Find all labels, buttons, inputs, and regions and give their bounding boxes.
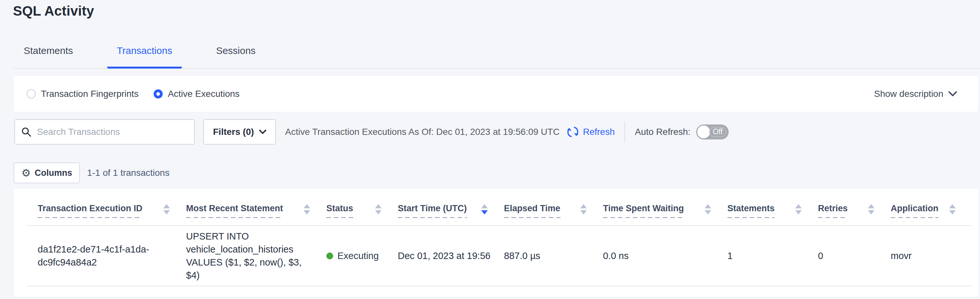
sort-arrows-icon[interactable]	[304, 204, 310, 214]
search-icon	[21, 127, 31, 137]
radio-selected-icon[interactable]	[154, 90, 163, 99]
sort-arrows-icon[interactable]	[705, 204, 711, 214]
search-box[interactable]	[14, 119, 195, 145]
radio-active-executions[interactable]: Active Executions	[154, 89, 240, 99]
column-header-time-spent-waiting[interactable]: Time Spent Waiting	[603, 189, 727, 225]
radio-label: Transaction Fingerprints	[41, 89, 138, 99]
cell-transaction-execution-id[interactable]: da1f21e2-de71-4c1f-a1da-dc9fc94a84a2	[27, 225, 186, 286]
result-count: 1-1 of 1 transactions	[87, 168, 170, 178]
sort-arrows-icon[interactable]	[868, 204, 875, 214]
column-header-statements[interactable]: Statements	[727, 189, 818, 225]
column-header-elapsed-time[interactable]: Elapsed Time	[504, 189, 603, 225]
column-header-application[interactable]: Application	[891, 189, 972, 225]
sort-arrows-icon[interactable]	[375, 204, 382, 214]
sort-arrows-icon[interactable]	[795, 204, 802, 214]
columns-button[interactable]: ⚙ Columns	[14, 163, 80, 183]
radio-transaction-fingerprints[interactable]: Transaction Fingerprints	[27, 89, 138, 99]
gear-icon: ⚙	[21, 168, 31, 178]
refresh-icon	[566, 125, 579, 138]
table-row: da1f21e2-de71-4c1f-a1da-dc9fc94a84a2 UPS…	[27, 225, 972, 286]
view-mode-radio-group: Transaction Fingerprints Active Executio…	[27, 89, 255, 99]
transactions-table-card: Transaction Execution ID Most Recent Sta…	[14, 189, 978, 297]
tab-transactions[interactable]: Transactions	[107, 45, 182, 69]
cell-most-recent-statement[interactable]: UPSERT INTO vehicle_location_histories V…	[186, 225, 326, 286]
radio-unselected-icon[interactable]	[27, 90, 36, 99]
executing-status-dot-icon	[326, 253, 333, 259]
cell-start-time: Dec 01, 2023 at 19:56	[398, 225, 504, 286]
refresh-button[interactable]: Refresh	[566, 125, 615, 138]
sort-arrows-icon[interactable]	[481, 204, 488, 214]
column-header-start-time[interactable]: Start Time (UTC)	[398, 189, 504, 225]
column-header-retries[interactable]: Retries	[818, 189, 891, 225]
column-header-transaction-execution-id[interactable]: Transaction Execution ID	[27, 189, 186, 225]
tab-sessions[interactable]: Sessions	[206, 45, 265, 69]
table-controls: ⚙ Columns 1-1 of 1 transactions	[14, 163, 170, 183]
cell-time-spent-waiting: 0.0 ns	[603, 225, 727, 286]
cell-statements: 1	[727, 225, 818, 286]
column-header-most-recent-statement[interactable]: Most Recent Statement	[186, 189, 326, 225]
toolbar-divider	[624, 122, 625, 142]
toggle-knob[interactable]	[697, 125, 710, 138]
cell-retries: 0	[818, 225, 891, 286]
auto-refresh-label: Auto Refresh:	[635, 127, 690, 137]
filters-button-label: Filters (0)	[213, 127, 254, 137]
chevron-down-icon	[259, 130, 266, 134]
radio-label: Active Executions	[168, 89, 240, 99]
table-header-row: Transaction Execution ID Most Recent Sta…	[27, 189, 972, 225]
cell-elapsed-time: 887.0 µs	[504, 225, 603, 286]
sort-arrows-icon[interactable]	[949, 204, 956, 214]
toggle-state-label: Off	[709, 127, 726, 137]
filters-button[interactable]: Filters (0)	[203, 119, 276, 145]
filter-toolbar: Filters (0) Active Transaction Execution…	[14, 119, 729, 145]
auto-refresh-toggle[interactable]: Off	[696, 125, 729, 139]
column-header-status[interactable]: Status	[326, 189, 398, 225]
cell-status: Executing	[326, 225, 398, 286]
columns-button-label: Columns	[35, 168, 72, 178]
tab-statements[interactable]: Statements	[14, 45, 83, 69]
tab-bar: Statements Transactions Sessions	[14, 45, 980, 69]
refresh-label: Refresh	[583, 127, 615, 137]
sort-arrows-icon[interactable]	[580, 204, 587, 214]
show-description-toggle[interactable]: Show description	[874, 89, 957, 99]
transactions-table: Transaction Execution ID Most Recent Sta…	[27, 189, 972, 286]
page-title: SQL Activity	[13, 3, 94, 19]
view-mode-card: Transaction Fingerprints Active Executio…	[14, 76, 978, 112]
show-description-label: Show description	[874, 89, 943, 99]
chevron-down-icon	[948, 91, 957, 96]
as-of-timestamp: Active Transaction Executions As Of: Dec…	[285, 127, 560, 137]
sort-arrows-icon[interactable]	[163, 204, 170, 214]
cell-application: movr	[891, 225, 972, 286]
search-input[interactable]	[37, 126, 188, 138]
